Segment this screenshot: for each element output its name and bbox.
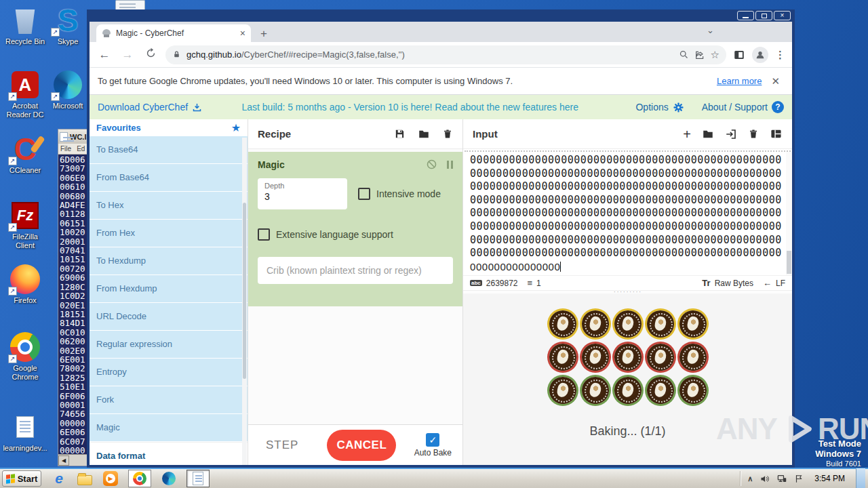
depth-field[interactable]: Depth 3 bbox=[258, 178, 347, 209]
desktop-icon-recycle-bin[interactable]: Recycle Bin bbox=[3, 5, 47, 46]
edit-favourites-star-icon[interactable]: ★ bbox=[231, 121, 241, 134]
extensive-language-option[interactable]: Extensive language support bbox=[258, 228, 453, 241]
back-button[interactable]: ← bbox=[96, 48, 113, 62]
intensive-mode-option[interactable]: Intensive mode bbox=[358, 188, 441, 200]
desktop-icon-acrobat[interactable]: A↗ Acrobat Reader DC bbox=[3, 70, 47, 119]
save-icon[interactable] bbox=[394, 128, 406, 140]
infobar-close-icon[interactable]: ✕ bbox=[771, 75, 780, 87]
hex-editor-window[interactable]: WC.I File Ed 6D00673007006E00061000680AD… bbox=[58, 129, 90, 466]
bookmark-star-icon[interactable]: ☆ bbox=[711, 49, 719, 61]
desktop-icon-microsoft-edge[interactable]: ↗ Microsoft bbox=[49, 70, 87, 110]
operation-item[interactable]: URL Decode bbox=[90, 303, 248, 330]
action-center-flag-icon[interactable] bbox=[794, 474, 804, 484]
browser-tab[interactable]: Magic - CyberChef × bbox=[96, 24, 251, 42]
new-tab-button[interactable]: + bbox=[260, 27, 267, 41]
step-button[interactable]: STEP bbox=[266, 439, 298, 452]
operations-scrollbar[interactable] bbox=[242, 138, 247, 465]
desktop-icon-skype[interactable]: S↗ Skype bbox=[49, 5, 87, 46]
address-bar[interactable]: gchq.github.io/CyberChef/#recipe=Magic(3… bbox=[165, 45, 726, 64]
network-icon[interactable] bbox=[776, 474, 787, 484]
desktop-icon-ccleaner[interactable]: C↗ CCleaner bbox=[3, 134, 47, 175]
learn-more-link[interactable]: Learn more bbox=[717, 76, 762, 86]
eol-arrow-icon[interactable]: ← bbox=[763, 278, 772, 288]
taskbar-chrome-button[interactable] bbox=[128, 470, 151, 487]
clear-io-trash-icon[interactable] bbox=[748, 128, 759, 140]
eol-value[interactable]: LF bbox=[776, 279, 785, 288]
auto-bake-control[interactable]: ✓ Auto Bake bbox=[414, 433, 452, 458]
window-titlebar[interactable]: × bbox=[87, 9, 795, 22]
url-text[interactable]: gchq.github.io/CyberChef/#recipe=Magic(3… bbox=[186, 49, 673, 60]
character-encoding-icon[interactable]: Tr bbox=[702, 278, 710, 288]
favourites-header: Favourites bbox=[96, 123, 141, 133]
about-support-button[interactable]: About / Support ? bbox=[702, 101, 784, 113]
start-button[interactable]: Start bbox=[2, 470, 41, 487]
tray-chevron-icon[interactable]: ∧ bbox=[747, 474, 753, 483]
operation-item[interactable]: Entropy bbox=[90, 359, 248, 386]
trash-icon[interactable] bbox=[442, 128, 453, 140]
minimize-button[interactable] bbox=[737, 11, 754, 20]
operation-item[interactable]: Magic bbox=[90, 414, 248, 441]
operation-item[interactable]: From Hex bbox=[90, 220, 248, 247]
taskbar-ie-button[interactable]: e bbox=[51, 470, 67, 487]
input-scrollbar[interactable] bbox=[786, 152, 792, 275]
open-folder-icon[interactable] bbox=[702, 128, 714, 140]
desktop-icon-learningdev[interactable]: learningdev... bbox=[3, 412, 47, 453]
operation-item[interactable]: Fork bbox=[90, 386, 248, 413]
forward-button[interactable]: → bbox=[119, 48, 136, 62]
cookie-icon bbox=[549, 310, 576, 338]
share-icon[interactable] bbox=[694, 49, 705, 60]
show-desktop-button[interactable] bbox=[856, 468, 865, 488]
input-textarea[interactable]: 0000000000000000000000000000000000000000… bbox=[463, 152, 792, 275]
operation-item[interactable]: From Hexdump bbox=[90, 275, 248, 302]
tab-strip: Magic - CyberChef × + ⌄ bbox=[90, 22, 792, 42]
menu-edit[interactable]: Ed bbox=[77, 145, 85, 152]
disable-icon[interactable] bbox=[426, 159, 437, 170]
add-input-tab-icon[interactable]: + bbox=[683, 129, 691, 140]
breakpoint-pause-icon[interactable] bbox=[447, 161, 453, 169]
encoding-value[interactable]: Raw Bytes bbox=[715, 279, 753, 288]
search-icon[interactable] bbox=[679, 49, 689, 60]
reload-button[interactable] bbox=[142, 47, 159, 62]
cookie-icon bbox=[679, 310, 707, 338]
layout-icon[interactable] bbox=[770, 128, 783, 140]
desktop-icon-google-chrome[interactable]: ↗ Google Chrome bbox=[3, 332, 47, 382]
download-cyberchef-link[interactable]: Download CyberChef bbox=[98, 102, 202, 113]
taskbar-edge-button[interactable] bbox=[161, 470, 177, 487]
profile-avatar[interactable] bbox=[752, 47, 768, 63]
taskbar-explorer-button[interactable] bbox=[77, 470, 93, 487]
desktop-icon-filezilla[interactable]: Fz↗ FileZilla Client bbox=[3, 201, 47, 250]
build-info-text[interactable]: Last build: 5 months ago - Version 10 is… bbox=[202, 102, 618, 113]
crib-input[interactable]: Crib (known plaintext string or regex) bbox=[258, 257, 453, 284]
options-button[interactable]: Options bbox=[635, 102, 684, 113]
side-panel-icon[interactable] bbox=[733, 49, 745, 61]
operation-item[interactable]: To Hex bbox=[90, 192, 248, 219]
hex-window-titlebar[interactable]: WC.I bbox=[58, 129, 90, 144]
scroll-left-arrow-icon[interactable]: ◀ bbox=[58, 455, 69, 466]
extensive-language-checkbox[interactable] bbox=[258, 228, 270, 241]
hex-hscrollbar[interactable]: ◀ bbox=[58, 454, 90, 466]
operation-item[interactable]: Regular expression bbox=[90, 331, 248, 358]
taskbar-media-player-button[interactable]: ▶ bbox=[102, 470, 119, 487]
lock-icon[interactable] bbox=[172, 50, 181, 59]
operation-item[interactable]: From Base64 bbox=[90, 164, 248, 191]
folder-icon[interactable] bbox=[418, 128, 430, 140]
magic-operation[interactable]: Magic Depth 3 Intensive mo bbox=[248, 152, 462, 306]
intensive-mode-checkbox[interactable] bbox=[358, 188, 370, 200]
auto-bake-checkbox[interactable]: ✓ bbox=[426, 433, 439, 447]
desktop-icon-firefox[interactable]: ↗ Firefox bbox=[3, 264, 47, 305]
menu-file[interactable]: File bbox=[60, 145, 71, 152]
volume-icon[interactable] bbox=[760, 474, 770, 484]
open-input-icon[interactable] bbox=[725, 128, 737, 140]
taskbar-notepad-button[interactable] bbox=[186, 470, 210, 487]
close-button[interactable]: × bbox=[774, 11, 791, 20]
menu-kebab-icon[interactable]: ⋮ bbox=[775, 49, 785, 61]
hex-window-menubar[interactable]: File Ed bbox=[58, 144, 90, 155]
tab-close-icon[interactable]: × bbox=[240, 28, 245, 38]
operation-item[interactable]: To Base64 bbox=[90, 136, 248, 163]
cancel-bake-button[interactable]: CANCEL bbox=[327, 430, 396, 461]
taskbar-clock[interactable]: 3:54 PM bbox=[810, 474, 849, 483]
tab-chevron-icon[interactable]: ⌄ bbox=[707, 25, 714, 35]
category-data-format[interactable]: Data format bbox=[90, 442, 248, 465]
operation-item[interactable]: To Hexdump bbox=[90, 247, 248, 274]
maximize-button[interactable] bbox=[755, 11, 772, 20]
